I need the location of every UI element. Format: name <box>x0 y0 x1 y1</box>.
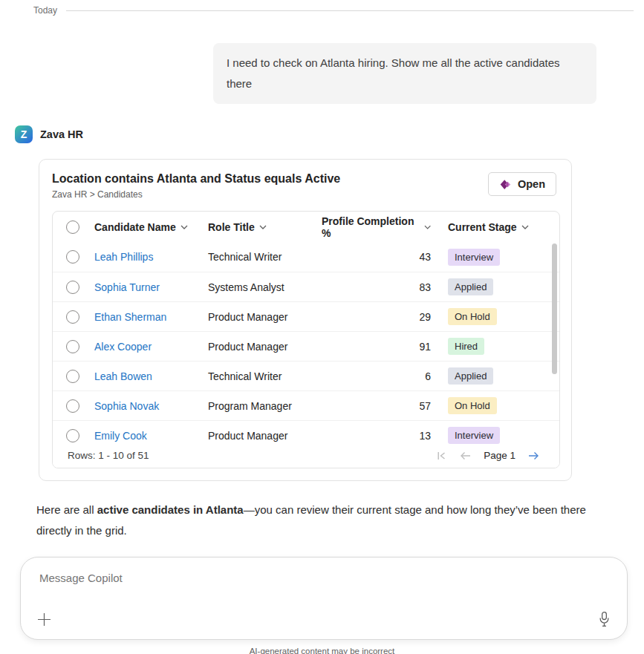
row-checkbox[interactable] <box>66 281 79 294</box>
completion-cell: 13 <box>322 430 440 442</box>
completion-cell: 57 <box>322 400 440 412</box>
role-title-cell: Technical Writer <box>208 370 322 382</box>
table-row[interactable]: Alex Cooper Product Manager 91 Hired <box>53 331 559 361</box>
table-row[interactable]: Sophia Turner Systems Analyst 83 Applied <box>53 272 559 301</box>
card-title: Location contains Atlanta and Status equ… <box>52 172 340 186</box>
first-page-icon[interactable] <box>436 451 447 461</box>
agent-header: Z Zava HR <box>15 125 644 143</box>
role-title-cell: Technical Writer <box>208 251 322 263</box>
microphone-icon[interactable] <box>598 611 611 631</box>
row-checkbox[interactable] <box>66 370 79 383</box>
message-composer[interactable]: Message Copilot <box>20 557 628 640</box>
card-header: Location contains Atlanta and Status equ… <box>52 172 560 200</box>
checkbox-cell <box>53 399 94 413</box>
avatar-letter: Z <box>21 128 27 140</box>
grid-header-row: Candidate Name Role Title Profile Comple… <box>53 212 559 242</box>
chevron-down-icon <box>180 225 188 229</box>
header-checkbox-cell <box>53 220 94 234</box>
row-checkbox[interactable] <box>66 399 79 413</box>
row-checkbox[interactable] <box>66 250 79 264</box>
chevron-down-icon <box>521 225 529 229</box>
completion-cell: 91 <box>322 341 440 353</box>
stage-badge: Interview <box>448 249 500 266</box>
pagination: Page 1 <box>436 450 540 461</box>
composer-placeholder: Message Copilot <box>39 572 123 584</box>
column-label: Current Stage <box>448 221 517 233</box>
candidate-name-link[interactable]: Sophia Novak <box>94 400 208 412</box>
stage-badge: Applied <box>448 278 493 295</box>
table-row[interactable]: Emily Cook Product Manager 13 Interview <box>53 420 559 445</box>
completion-cell: 83 <box>322 281 440 293</box>
column-header-candidate-name[interactable]: Candidate Name <box>94 221 208 233</box>
breadcrumb: Zava HR > Candidates <box>52 189 340 200</box>
previous-page-icon[interactable] <box>459 451 472 461</box>
open-button[interactable]: Open <box>488 172 556 196</box>
row-checkbox[interactable] <box>66 429 79 442</box>
page-indicator: Page 1 <box>484 450 515 461</box>
stage-badge: On Hold <box>448 308 497 325</box>
assistant-response: Here are all active candidates in Atlant… <box>36 500 592 541</box>
stage-cell: Interview <box>440 249 559 266</box>
ai-disclaimer: AI-generated content may be incorrect <box>0 647 644 654</box>
row-checkbox[interactable] <box>66 310 79 324</box>
column-label: Profile Completion % <box>322 215 420 239</box>
user-message-text: I need to check on Atlanta hiring. Show … <box>227 56 560 90</box>
checkbox-cell <box>53 429 94 442</box>
stage-cell: Interview <box>440 427 559 444</box>
vertical-scrollbar[interactable] <box>552 243 557 374</box>
candidate-name-link[interactable]: Alex Cooper <box>94 341 208 353</box>
role-title-cell: Systems Analyst <box>208 281 322 293</box>
checkbox-cell <box>53 281 94 294</box>
role-title-cell: Product Manager <box>208 430 322 442</box>
grid-footer: Rows: 1 - 10 of 51 Page 1 <box>53 445 559 468</box>
role-title-cell: Program Manager <box>208 400 322 412</box>
response-prefix: Here are all <box>36 503 97 516</box>
divider-line <box>66 10 634 11</box>
table-row[interactable]: Leah Phillips Technical Writer 43 Interv… <box>53 242 559 272</box>
column-header-role-title[interactable]: Role Title <box>208 221 322 233</box>
candidate-name-link[interactable]: Leah Bowen <box>94 370 208 382</box>
row-checkbox[interactable] <box>66 340 79 353</box>
response-bold: active candidates in Atlanta <box>97 503 244 516</box>
checkbox-cell <box>53 370 94 383</box>
add-attachment-button[interactable] <box>37 612 51 630</box>
candidate-name-link[interactable]: Sophia Turner <box>94 281 208 293</box>
stage-cell: On Hold <box>440 397 559 414</box>
completion-cell: 29 <box>322 311 440 323</box>
chevron-down-icon <box>424 225 431 229</box>
table-row[interactable]: Ethan Sherman Product Manager 29 On Hold <box>53 301 559 331</box>
role-title-cell: Product Manager <box>208 311 322 323</box>
open-button-label: Open <box>518 178 545 190</box>
card-title-block: Location contains Atlanta and Status equ… <box>52 172 340 200</box>
candidate-name-link[interactable]: Leah Phillips <box>94 251 208 263</box>
candidate-name-link[interactable]: Ethan Sherman <box>94 311 208 323</box>
checkbox-cell <box>53 310 94 324</box>
stage-cell: Hired <box>440 338 559 355</box>
chevron-down-icon <box>259 225 267 229</box>
power-apps-icon <box>499 178 512 191</box>
stage-cell: On Hold <box>440 308 559 325</box>
stage-badge: On Hold <box>448 397 497 414</box>
stage-badge: Hired <box>448 338 484 355</box>
stage-badge: Interview <box>448 427 500 444</box>
today-label: Today <box>33 5 57 16</box>
column-header-current-stage[interactable]: Current Stage <box>440 221 559 233</box>
user-message-bubble: I need to check on Atlanta hiring. Show … <box>213 43 596 104</box>
column-header-profile-completion[interactable]: Profile Completion % <box>322 215 440 239</box>
role-title-cell: Product Manager <box>208 341 322 353</box>
candidate-name-link[interactable]: Emily Cook <box>94 430 208 442</box>
table-row[interactable]: Sophia Novak Program Manager 57 On Hold <box>53 390 559 420</box>
agent-name: Zava HR <box>40 128 83 140</box>
table-row[interactable]: Leah Bowen Technical Writer 6 Applied <box>53 361 559 390</box>
rows-count: Rows: 1 - 10 of 51 <box>68 450 149 461</box>
checkbox-cell <box>53 340 94 353</box>
agent-avatar: Z <box>15 125 33 143</box>
today-divider: Today <box>0 0 644 16</box>
column-label: Candidate Name <box>94 221 176 233</box>
next-page-icon[interactable] <box>527 451 540 461</box>
select-all-checkbox[interactable] <box>66 220 79 234</box>
candidates-grid: Candidate Name Role Title Profile Comple… <box>52 211 560 468</box>
results-card: Location contains Atlanta and Status equ… <box>39 159 572 481</box>
grid-body[interactable]: Leah Phillips Technical Writer 43 Interv… <box>53 242 559 445</box>
column-label: Role Title <box>208 221 255 233</box>
